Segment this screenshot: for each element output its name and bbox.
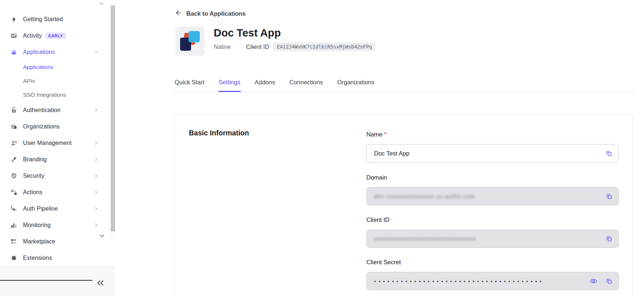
required-asterisk: * — [384, 131, 386, 138]
sidebar-item-label: Extensions — [23, 255, 52, 261]
scroll-up-indicator-icon[interactable] — [99, 1, 104, 7]
basic-information-card: Basic Information Name* Domain — [173, 114, 633, 296]
sidebar-item-getting-started[interactable]: Getting Started — [0, 11, 115, 27]
auth0-dashboard: Getting Started Activity EARLY Applicati… — [0, 0, 644, 296]
client-id-field-label: Client ID — [366, 216, 389, 223]
grid-plus-icon — [10, 238, 18, 245]
tab-organizations[interactable]: Organizations — [337, 75, 375, 92]
chevron-right-icon — [94, 108, 99, 113]
app-meta-row: Native Client ID EA12J4WvUK7cIdlbiR5sxMj… — [214, 42, 376, 52]
tab-settings[interactable]: Settings — [218, 75, 241, 92]
sidebar-item-label: Organizations — [23, 123, 60, 130]
domain-field: dev-xxxxxxxxxxxxxxx.us.auth0.com — [366, 187, 619, 205]
paintbrush-icon — [10, 156, 18, 163]
sidebar-item-authentication[interactable]: Authentication — [0, 102, 115, 118]
app-logo — [175, 27, 205, 56]
copy-icon — [605, 149, 613, 158]
sidebar-item-label: Monitoring — [23, 222, 51, 228]
tab-bar: Quick Start Settings Addons Connections … — [173, 75, 636, 92]
chevron-right-icon — [94, 157, 99, 162]
back-arrow-icon — [175, 9, 182, 18]
sidebar-item-label: Activity — [23, 32, 42, 39]
sidebar-item-label: Security — [23, 173, 45, 179]
chevron-right-icon — [94, 190, 99, 195]
section-title: Basic Information — [189, 129, 249, 137]
client-secret-label: Client Secret — [366, 259, 401, 266]
copy-client-secret-button[interactable] — [605, 277, 613, 286]
flow-icon — [10, 189, 18, 196]
sidebar-item-label: Actions — [23, 189, 42, 196]
sidebar-item-label: Applications — [23, 49, 55, 55]
pipeline-icon — [10, 205, 18, 212]
sidebar-item-label: Marketplace — [23, 238, 55, 245]
chevron-right-icon — [94, 206, 99, 211]
sidebar-item-branding[interactable]: Branding — [0, 151, 115, 168]
reveal-client-secret-button[interactable] — [589, 277, 598, 286]
lock-icon — [10, 107, 18, 114]
client-id-field: xxxxxxxxxxxxxxxxxxxxxxxxxxxxxxxx — [366, 230, 619, 248]
scroll-down-indicator-icon[interactable] — [99, 233, 105, 240]
eye-icon — [590, 277, 598, 286]
early-badge: EARLY — [45, 32, 66, 39]
collapse-sidebar-icon — [96, 279, 104, 288]
chevron-down-icon — [94, 50, 99, 55]
copy-client-id-button[interactable] — [605, 235, 613, 243]
sidebar-scrollbar-track[interactable] — [111, 0, 115, 238]
sidebar-item-applications[interactable]: Applications — [0, 44, 115, 60]
sidebar-item-user-management[interactable]: User Management — [0, 135, 115, 151]
copy-icon — [605, 277, 613, 286]
name-input[interactable] — [367, 145, 618, 162]
chip-icon — [10, 254, 18, 262]
back-to-applications-link[interactable]: Back to Applications — [175, 9, 246, 18]
back-link-label: Back to Applications — [186, 10, 246, 17]
main-content: Back to Applications Doc Test App Native… — [115, 0, 644, 296]
activity-icon — [10, 32, 18, 39]
sidebar-subitem-label: APIs — [23, 78, 35, 84]
sidebar-subitem-applications[interactable]: Applications — [0, 60, 115, 74]
copy-icon — [605, 192, 613, 201]
tab-addons[interactable]: Addons — [254, 75, 275, 92]
copy-icon — [605, 235, 613, 244]
sidebar-item-organizations[interactable]: Organizations — [0, 118, 115, 135]
chevron-right-icon — [94, 223, 99, 228]
lightning-icon — [10, 16, 18, 23]
sidebar-footer — [0, 266, 115, 296]
collapse-sidebar-button[interactable] — [94, 278, 107, 289]
sidebar-item-activity[interactable]: Activity EARLY — [0, 27, 115, 44]
domain-label: Domain — [366, 174, 387, 181]
sidebar-subitem-label: SSO Integrations — [23, 92, 66, 98]
bar-chart-icon — [10, 222, 18, 229]
shield-check-icon — [10, 172, 18, 180]
sidebar-scrollbar-thumb[interactable] — [111, 5, 115, 231]
chevron-right-icon — [94, 173, 99, 178]
sidebar-item-label: Branding — [23, 156, 47, 163]
logo-blue-square — [188, 31, 200, 42]
sidebar-item-marketplace[interactable]: Marketplace — [0, 233, 115, 250]
sidebar-item-extensions[interactable]: Extensions — [0, 250, 115, 266]
sidebar-item-label: Auth Pipeline — [23, 205, 58, 212]
footer-divider-line — [0, 280, 92, 281]
sidebar-item-monitoring[interactable]: Monitoring — [0, 217, 115, 233]
sidebar-item-auth-pipeline[interactable]: Auth Pipeline — [0, 200, 115, 217]
applications-icon — [10, 49, 18, 56]
chevron-right-icon — [94, 141, 99, 146]
client-id-chip: EA12J4WvUK7cIdlbiR5sxMjWsD42nFPq — [273, 42, 376, 51]
sidebar-subitem-sso-integrations[interactable]: SSO Integrations — [0, 88, 115, 102]
sidebar-item-label: User Management — [23, 140, 72, 146]
name-label: Name* — [366, 131, 386, 138]
copy-domain-button[interactable] — [605, 192, 613, 201]
name-field — [366, 144, 619, 162]
copy-name-button[interactable] — [605, 149, 613, 158]
sidebar-item-actions[interactable]: Actions — [0, 184, 115, 200]
domain-value-redacted: dev-xxxxxxxxxxxxxxx.us.auth0.com — [374, 188, 475, 205]
sidebar-item-security[interactable]: Security — [0, 168, 115, 184]
tab-connections[interactable]: Connections — [289, 75, 323, 92]
client-secret-value-masked: •••••••••••••••••••••••••••••••••••••• — [374, 273, 544, 290]
sidebar-item-label: Getting Started — [23, 16, 63, 23]
building-icon — [10, 123, 18, 130]
sidebar-subitem-label: Applications — [23, 64, 54, 70]
tab-quick-start[interactable]: Quick Start — [174, 75, 205, 92]
sidebar-subitem-apis[interactable]: APIs — [0, 74, 115, 88]
user-gear-icon — [10, 139, 18, 147]
app-type-label: Native — [214, 43, 231, 50]
